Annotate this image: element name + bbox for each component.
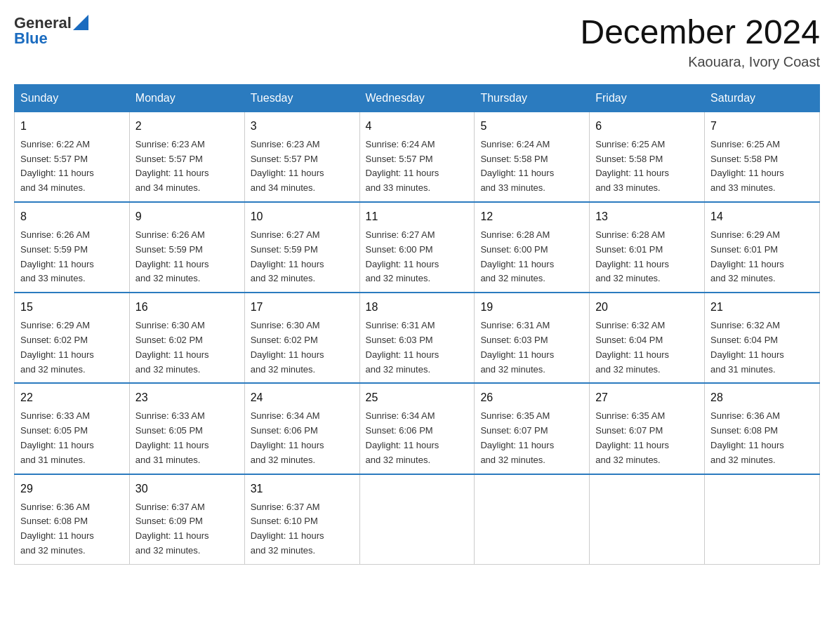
title-section: December 2024 Kaouara, Ivory Coast [580, 14, 820, 70]
day-number: 3 [251, 118, 354, 135]
day-number: 23 [135, 389, 239, 406]
day-info: Sunrise: 6:26 AMSunset: 5:59 PMDaylight:… [20, 229, 94, 283]
day-number: 9 [135, 208, 239, 225]
day-info: Sunrise: 6:25 AMSunset: 5:58 PMDaylight:… [710, 139, 784, 193]
day-number: 19 [480, 299, 583, 316]
day-info: Sunrise: 6:24 AMSunset: 5:58 PMDaylight:… [480, 139, 554, 193]
calendar-header-row: SundayMondayTuesdayWednesdayThursdayFrid… [15, 84, 820, 112]
calendar-cell [475, 474, 590, 565]
day-info: Sunrise: 6:36 AMSunset: 6:08 PMDaylight:… [710, 410, 784, 464]
calendar-cell: 30 Sunrise: 6:37 AMSunset: 6:09 PMDaylig… [129, 474, 244, 565]
day-number: 10 [251, 208, 354, 225]
calendar-week-row: 22 Sunrise: 6:33 AMSunset: 6:05 PMDaylig… [15, 383, 820, 474]
col-header-friday: Friday [590, 84, 705, 112]
calendar-week-row: 1 Sunrise: 6:22 AMSunset: 5:57 PMDayligh… [15, 112, 820, 202]
day-info: Sunrise: 6:36 AMSunset: 6:08 PMDaylight:… [20, 502, 94, 556]
day-number: 4 [366, 118, 469, 135]
day-info: Sunrise: 6:37 AMSunset: 6:10 PMDaylight:… [251, 502, 324, 556]
logo: General Blue [14, 14, 88, 48]
col-header-tuesday: Tuesday [244, 84, 359, 112]
svg-marker-0 [73, 15, 88, 30]
col-header-wednesday: Wednesday [359, 84, 475, 112]
day-number: 17 [251, 299, 354, 316]
day-info: Sunrise: 6:28 AMSunset: 6:01 PMDaylight:… [595, 229, 669, 283]
day-number: 28 [710, 389, 814, 406]
calendar-cell: 1 Sunrise: 6:22 AMSunset: 5:57 PMDayligh… [15, 112, 130, 202]
calendar-cell: 20 Sunrise: 6:32 AMSunset: 6:04 PMDaylig… [590, 293, 705, 383]
day-number: 13 [595, 208, 699, 225]
day-number: 27 [595, 389, 699, 406]
day-info: Sunrise: 6:23 AMSunset: 5:57 PMDaylight:… [135, 139, 209, 193]
day-info: Sunrise: 6:33 AMSunset: 6:05 PMDaylight:… [135, 410, 209, 464]
calendar-week-row: 8 Sunrise: 6:26 AMSunset: 5:59 PMDayligh… [15, 202, 820, 293]
calendar-table: SundayMondayTuesdayWednesdayThursdayFrid… [14, 84, 820, 565]
day-info: Sunrise: 6:27 AMSunset: 6:00 PMDaylight:… [366, 229, 439, 283]
day-number: 26 [480, 389, 583, 406]
logo-arrow-icon [73, 15, 88, 30]
day-info: Sunrise: 6:35 AMSunset: 6:07 PMDaylight:… [480, 410, 554, 464]
day-info: Sunrise: 6:31 AMSunset: 6:03 PMDaylight:… [480, 320, 554, 374]
month-title: December 2024 [580, 14, 820, 51]
day-number: 6 [595, 118, 699, 135]
calendar-cell: 25 Sunrise: 6:34 AMSunset: 6:06 PMDaylig… [359, 383, 475, 474]
day-number: 8 [20, 208, 124, 225]
calendar-cell: 16 Sunrise: 6:30 AMSunset: 6:02 PMDaylig… [129, 293, 244, 383]
calendar-cell: 31 Sunrise: 6:37 AMSunset: 6:10 PMDaylig… [244, 474, 359, 565]
day-number: 12 [480, 208, 583, 225]
calendar-cell: 26 Sunrise: 6:35 AMSunset: 6:07 PMDaylig… [475, 383, 590, 474]
calendar-cell: 21 Sunrise: 6:32 AMSunset: 6:04 PMDaylig… [705, 293, 820, 383]
calendar-cell: 28 Sunrise: 6:36 AMSunset: 6:08 PMDaylig… [705, 383, 820, 474]
day-info: Sunrise: 6:34 AMSunset: 6:06 PMDaylight:… [366, 410, 439, 464]
day-info: Sunrise: 6:31 AMSunset: 6:03 PMDaylight:… [366, 320, 439, 374]
calendar-week-row: 15 Sunrise: 6:29 AMSunset: 6:02 PMDaylig… [15, 293, 820, 383]
calendar-cell: 27 Sunrise: 6:35 AMSunset: 6:07 PMDaylig… [590, 383, 705, 474]
calendar-cell: 17 Sunrise: 6:30 AMSunset: 6:02 PMDaylig… [244, 293, 359, 383]
col-header-saturday: Saturday [705, 84, 820, 112]
day-number: 22 [20, 389, 124, 406]
calendar-cell: 29 Sunrise: 6:36 AMSunset: 6:08 PMDaylig… [15, 474, 130, 565]
day-info: Sunrise: 6:24 AMSunset: 5:57 PMDaylight:… [366, 139, 439, 193]
calendar-cell: 24 Sunrise: 6:34 AMSunset: 6:06 PMDaylig… [244, 383, 359, 474]
calendar-cell: 15 Sunrise: 6:29 AMSunset: 6:02 PMDaylig… [15, 293, 130, 383]
day-info: Sunrise: 6:37 AMSunset: 6:09 PMDaylight:… [135, 502, 209, 556]
calendar-cell [359, 474, 475, 565]
calendar-cell [705, 474, 820, 565]
day-number: 7 [710, 118, 814, 135]
day-number: 30 [135, 481, 239, 497]
day-number: 31 [251, 481, 354, 497]
logo-blue-text: Blue [14, 29, 48, 47]
calendar-cell: 23 Sunrise: 6:33 AMSunset: 6:05 PMDaylig… [129, 383, 244, 474]
day-info: Sunrise: 6:23 AMSunset: 5:57 PMDaylight:… [251, 139, 324, 193]
day-info: Sunrise: 6:34 AMSunset: 6:06 PMDaylight:… [251, 410, 324, 464]
calendar-cell: 6 Sunrise: 6:25 AMSunset: 5:58 PMDayligh… [590, 112, 705, 202]
day-info: Sunrise: 6:30 AMSunset: 6:02 PMDaylight:… [135, 320, 209, 374]
calendar-cell: 13 Sunrise: 6:28 AMSunset: 6:01 PMDaylig… [590, 202, 705, 293]
day-number: 1 [20, 118, 124, 135]
calendar-cell: 14 Sunrise: 6:29 AMSunset: 6:01 PMDaylig… [705, 202, 820, 293]
calendar-cell: 9 Sunrise: 6:26 AMSunset: 5:59 PMDayligh… [129, 202, 244, 293]
col-header-monday: Monday [129, 84, 244, 112]
day-number: 18 [366, 299, 469, 316]
day-info: Sunrise: 6:32 AMSunset: 6:04 PMDaylight:… [710, 320, 784, 374]
day-info: Sunrise: 6:26 AMSunset: 5:59 PMDaylight:… [135, 229, 209, 283]
day-number: 21 [710, 299, 814, 316]
page-header: General Blue December 2024 Kaouara, Ivor… [14, 14, 820, 70]
day-number: 15 [20, 299, 124, 316]
day-number: 25 [366, 389, 469, 406]
day-info: Sunrise: 6:30 AMSunset: 6:02 PMDaylight:… [251, 320, 324, 374]
calendar-cell: 10 Sunrise: 6:27 AMSunset: 5:59 PMDaylig… [244, 202, 359, 293]
day-number: 2 [135, 118, 239, 135]
calendar-cell: 18 Sunrise: 6:31 AMSunset: 6:03 PMDaylig… [359, 293, 475, 383]
calendar-cell: 7 Sunrise: 6:25 AMSunset: 5:58 PMDayligh… [705, 112, 820, 202]
day-info: Sunrise: 6:29 AMSunset: 6:02 PMDaylight:… [20, 320, 94, 374]
day-info: Sunrise: 6:27 AMSunset: 5:59 PMDaylight:… [251, 229, 324, 283]
calendar-cell: 5 Sunrise: 6:24 AMSunset: 5:58 PMDayligh… [475, 112, 590, 202]
day-number: 5 [480, 118, 583, 135]
day-number: 20 [595, 299, 699, 316]
calendar-cell: 4 Sunrise: 6:24 AMSunset: 5:57 PMDayligh… [359, 112, 475, 202]
calendar-week-row: 29 Sunrise: 6:36 AMSunset: 6:08 PMDaylig… [15, 474, 820, 565]
location-title: Kaouara, Ivory Coast [580, 54, 820, 70]
col-header-sunday: Sunday [15, 84, 130, 112]
day-info: Sunrise: 6:32 AMSunset: 6:04 PMDaylight:… [595, 320, 669, 374]
day-info: Sunrise: 6:29 AMSunset: 6:01 PMDaylight:… [710, 229, 784, 283]
